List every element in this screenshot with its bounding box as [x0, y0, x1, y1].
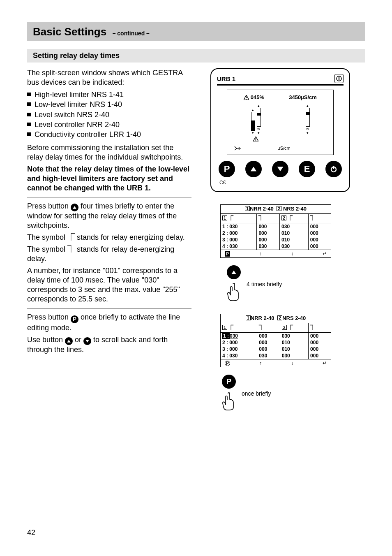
arrow-up-icon: ↑ — [259, 360, 262, 366]
marker-down-icon: ▾ — [252, 131, 254, 135]
table-row: 3 : 000000010000 — [221, 236, 331, 243]
relay-table-2: 1NRR 2-40 2NRS 2-40 1 ⎾ ⏋ 2 ⎾ ⏋ — [220, 314, 331, 367]
list-item: Conductivity controller LRR 1-40 — [27, 130, 191, 139]
list-item: Low-level limiter NRS 1-40 — [27, 100, 191, 109]
cell: 4 : 030 — [221, 352, 257, 359]
table-dev2: NRS 2-40 — [282, 315, 306, 321]
cell: 000 — [308, 223, 331, 230]
col-b-icon: ⏋ — [258, 215, 263, 221]
warning-icon — [253, 136, 258, 143]
cell: 4 : 030 — [221, 243, 257, 250]
intro-p1: The split-screen window shows which GEST… — [27, 68, 191, 87]
cell: 030 — [280, 243, 309, 250]
bar-icon — [257, 108, 261, 127]
svg-marker-0 — [73, 206, 76, 209]
block2-p4: A number, for instance "001" corresponds… — [27, 266, 191, 304]
intro-note: Note that the relay delay times of the l… — [27, 164, 191, 193]
device-button-row: P E — [217, 161, 344, 177]
cell: 3 : 000 — [221, 346, 257, 352]
svg-point-3 — [337, 76, 341, 81]
device-down-button[interactable] — [272, 161, 288, 177]
arrow-down-icon: ↓ — [291, 360, 293, 366]
p-button-icon: P — [222, 375, 236, 389]
svg-point-11 — [256, 140, 256, 141]
marker-up-icon: ▴ — [307, 104, 309, 108]
title-bar: Basic Settings – continued – — [27, 22, 365, 41]
cell: 030 — [280, 352, 308, 359]
screen-right-value: 3450µS/cm — [289, 94, 316, 101]
up-button-icon — [71, 204, 78, 211]
up-button-icon — [65, 337, 73, 345]
arrow-up-icon: ↑ — [259, 251, 262, 257]
cell: 3 : 000 — [221, 236, 257, 243]
marker-up-icon: ▴ — [252, 108, 254, 112]
svg-marker-17 — [231, 271, 236, 274]
text: Use button — [27, 336, 65, 344]
down-button-icon — [83, 337, 91, 345]
cell: 030 — [257, 243, 280, 250]
cell: 000 — [257, 346, 280, 352]
device-p-button[interactable]: P — [219, 161, 235, 177]
col-head: ⏋ — [308, 214, 331, 223]
block3-p1: Press button P once briefly to activate … — [27, 313, 191, 333]
gestra-logo-icon — [334, 74, 344, 83]
col-head: 2 ⎾ — [280, 323, 308, 333]
note-text-b: be changed with the URB 1. — [51, 184, 151, 192]
bar-group-left: ▴ ▾ ▴ w ▾ — [251, 104, 261, 143]
device-panel: URB 1 045% 3450µS/cm — [210, 68, 350, 192]
device-power-button[interactable] — [325, 161, 342, 177]
cell: 000 — [308, 230, 331, 236]
col-a-icon: ⎾ — [228, 325, 233, 331]
device-e-button[interactable]: E — [299, 161, 315, 177]
square-1-icon: 1 — [245, 206, 250, 211]
cell: 030 — [280, 333, 308, 340]
col-a-icon: ⎾ — [288, 215, 293, 221]
block2-p1: Press button four times briefly to enter… — [27, 202, 191, 230]
svg-marker-14 — [277, 167, 283, 171]
table-row: 4 : 030030030000 — [221, 243, 331, 250]
col-head: ⏋ — [257, 214, 280, 223]
cell: 000 — [309, 333, 331, 340]
col-head: ⏋ — [257, 323, 280, 333]
up-button-icon — [227, 265, 241, 279]
svg-rect-4 — [338, 76, 339, 81]
cell: 000 — [309, 352, 331, 359]
square-2-icon: 2 — [277, 206, 281, 211]
arrow-down-icon: ↓ — [291, 251, 293, 257]
divider — [27, 308, 191, 308]
table-row: 1 :030 000030000 — [221, 333, 331, 340]
table-row: 2 : 000000010000 — [221, 339, 331, 346]
table-row: 4 : 030030030000 — [221, 352, 331, 359]
marker-down-icon: ▾ — [307, 131, 309, 135]
edit-value: 030 — [230, 333, 238, 339]
device-up-button[interactable] — [245, 161, 262, 177]
col-head: 1 ⎾ — [221, 214, 257, 223]
warning-icon — [244, 95, 249, 101]
device-screen: 045% 3450µS/cm ▴ ▾ — [227, 90, 334, 155]
bar-icon — [306, 108, 310, 127]
table-dev1: NRR 2-40 — [250, 206, 274, 212]
marker-down-icon: ▾ — [258, 131, 260, 135]
table-row: 2 : 000000010000 — [221, 230, 331, 236]
cell: 000 — [257, 236, 280, 243]
cell: 2 : 000 — [221, 230, 257, 236]
relay-table-1: 1NRR 2-40 2 NRS 2-40 1 ⎾ ⏋ 2 ⎾ ⏋ — [220, 204, 331, 258]
svg-rect-5 — [340, 76, 341, 81]
marker-up-icon: ▴ — [258, 104, 260, 108]
cell: 010 — [280, 339, 308, 346]
cell: 000 — [309, 346, 331, 352]
enter-icon: ↵ — [323, 360, 327, 366]
cell: 000 — [257, 223, 280, 230]
page-subtitle: – continued – — [113, 30, 150, 37]
cell: 030 — [280, 223, 309, 230]
block2-p2: The symbol ⎾ stands for relay energizing… — [27, 233, 191, 242]
col-b-icon: ⏋ — [310, 325, 315, 331]
page-title: Basic Settings — [33, 25, 106, 38]
hand-label: once briefly — [242, 390, 271, 397]
text-italic: m — [85, 276, 92, 284]
square-2-icon: 2 — [281, 215, 286, 220]
cell: 1 : 030 — [221, 223, 257, 230]
table-row: 3 : 000000010000 — [221, 346, 331, 352]
p-square-icon: P — [225, 251, 230, 257]
col-b-icon: ⏋ — [259, 325, 264, 331]
